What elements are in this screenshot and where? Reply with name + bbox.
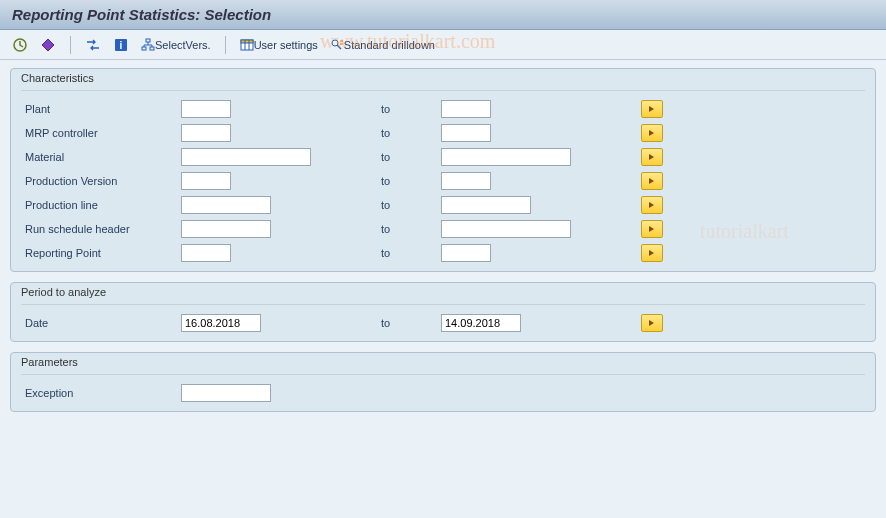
production-version-label: Production Version	[21, 175, 181, 187]
run-schedule-header-to-input[interactable]	[441, 220, 571, 238]
user-settings-label: User settings	[254, 39, 318, 51]
production-version-from-input[interactable]	[181, 172, 231, 190]
select-version-label: SelectVers.	[155, 39, 211, 51]
exception-label: Exception	[21, 387, 181, 399]
svg-rect-7	[241, 40, 253, 43]
execute-button[interactable]	[8, 35, 32, 55]
exception-row: Exception	[21, 381, 865, 405]
svg-rect-4	[142, 47, 146, 50]
characteristics-title: Characteristics	[21, 69, 865, 91]
reporting-point-row: Reporting Point to	[21, 241, 865, 265]
date-label: Date	[21, 317, 181, 329]
plant-to-input[interactable]	[441, 100, 491, 118]
date-to-input[interactable]	[441, 314, 521, 332]
exception-input[interactable]	[181, 384, 271, 402]
reporting-point-multiselect-button[interactable]	[641, 244, 663, 262]
user-settings-button[interactable]: User settings	[236, 36, 322, 54]
info-icon: i	[113, 37, 129, 53]
to-label: to	[381, 103, 441, 115]
mrp-controller-from-input[interactable]	[181, 124, 231, 142]
arrow-right-icon	[647, 176, 657, 186]
to-label: to	[381, 317, 441, 329]
table-icon	[240, 38, 254, 52]
run-schedule-header-multiselect-button[interactable]	[641, 220, 663, 238]
production-line-multiselect-button[interactable]	[641, 196, 663, 214]
selection-options-button[interactable]	[81, 35, 105, 55]
page-title: Reporting Point Statistics: Selection	[12, 6, 874, 23]
mrp-controller-label: MRP controller	[21, 127, 181, 139]
svg-rect-5	[150, 47, 154, 50]
to-label: to	[381, 151, 441, 163]
material-multiselect-button[interactable]	[641, 148, 663, 166]
production-line-label: Production line	[21, 199, 181, 211]
arrow-right-icon	[647, 152, 657, 162]
arrow-right-icon	[647, 128, 657, 138]
production-line-from-input[interactable]	[181, 196, 271, 214]
clock-execute-icon	[12, 37, 28, 53]
arrow-right-icon	[647, 200, 657, 210]
to-label: to	[381, 175, 441, 187]
diamond-icon	[40, 37, 56, 53]
production-line-row: Production line to	[21, 193, 865, 217]
standard-drilldown-button[interactable]: Standard drilldown	[326, 36, 439, 54]
toolbar-separator	[70, 36, 71, 54]
material-label: Material	[21, 151, 181, 163]
toolbar-separator	[225, 36, 226, 54]
to-label: to	[381, 247, 441, 259]
period-title: Period to analyze	[21, 283, 865, 305]
parameters-title: Parameters	[21, 353, 865, 375]
material-from-input[interactable]	[181, 148, 311, 166]
info-button[interactable]: i	[109, 35, 133, 55]
plant-label: Plant	[21, 103, 181, 115]
date-from-input[interactable]	[181, 314, 261, 332]
production-version-row: Production Version to	[21, 169, 865, 193]
title-bar: Reporting Point Statistics: Selection	[0, 0, 886, 30]
parameters-group: Parameters Exception	[10, 352, 876, 412]
mrp-controller-to-input[interactable]	[441, 124, 491, 142]
plant-multiselect-button[interactable]	[641, 100, 663, 118]
plant-from-input[interactable]	[181, 100, 231, 118]
variant-button[interactable]	[36, 35, 60, 55]
arrow-right-icon	[647, 104, 657, 114]
reporting-point-label: Reporting Point	[21, 247, 181, 259]
select-version-button[interactable]: SelectVers.	[137, 36, 215, 54]
svg-text:i: i	[120, 40, 123, 51]
production-version-multiselect-button[interactable]	[641, 172, 663, 190]
reporting-point-from-input[interactable]	[181, 244, 231, 262]
to-label: to	[381, 127, 441, 139]
material-row: Material to	[21, 145, 865, 169]
arrow-right-icon	[647, 248, 657, 258]
date-row: Date to	[21, 311, 865, 335]
content-area: Characteristics Plant to MRP controller …	[0, 60, 886, 518]
plant-row: Plant to	[21, 97, 865, 121]
characteristics-group: Characteristics Plant to MRP controller …	[10, 68, 876, 272]
reporting-point-to-input[interactable]	[441, 244, 491, 262]
period-group: Period to analyze Date to	[10, 282, 876, 342]
run-schedule-header-row: Run schedule header to	[21, 217, 865, 241]
svg-rect-3	[146, 39, 150, 42]
hierarchy-icon	[141, 38, 155, 52]
run-schedule-header-from-input[interactable]	[181, 220, 271, 238]
arrows-icon	[85, 37, 101, 53]
toolbar: i SelectVers. User settings Standard dri…	[0, 30, 886, 60]
material-to-input[interactable]	[441, 148, 571, 166]
production-version-to-input[interactable]	[441, 172, 491, 190]
to-label: to	[381, 199, 441, 211]
mrp-controller-multiselect-button[interactable]	[641, 124, 663, 142]
run-schedule-header-label: Run schedule header	[21, 223, 181, 235]
production-line-to-input[interactable]	[441, 196, 531, 214]
mrp-controller-row: MRP controller to	[21, 121, 865, 145]
arrow-right-icon	[647, 224, 657, 234]
date-multiselect-button[interactable]	[641, 314, 663, 332]
standard-drilldown-label: Standard drilldown	[344, 39, 435, 51]
arrow-right-icon	[647, 318, 657, 328]
drilldown-icon	[330, 38, 344, 52]
to-label: to	[381, 223, 441, 235]
